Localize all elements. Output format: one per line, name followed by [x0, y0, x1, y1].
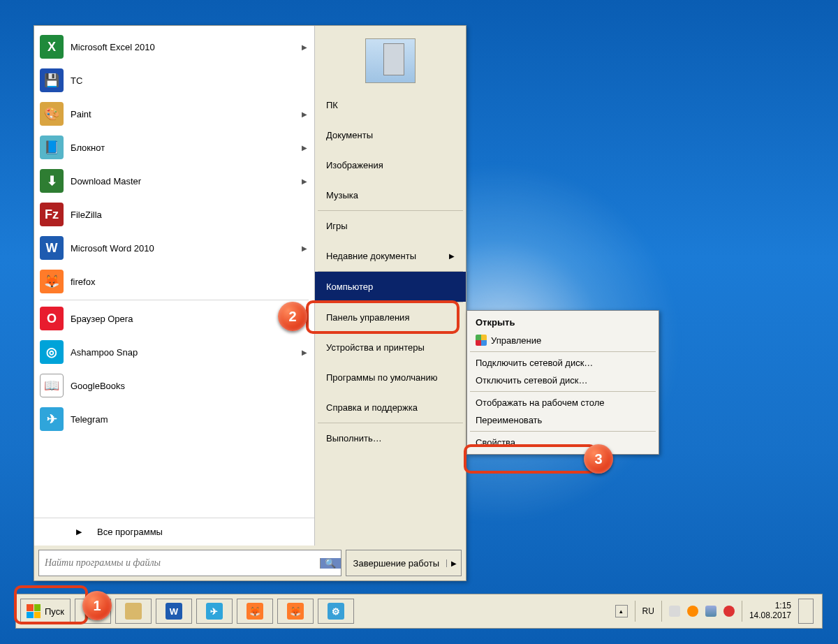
- program-item[interactable]: 💾TC: [34, 64, 314, 97]
- context-menu-item[interactable]: Отображать на рабочем столе: [469, 394, 657, 411]
- submenu-arrow-icon: ▶: [449, 252, 455, 260]
- uac-shield-icon: [476, 335, 487, 346]
- user-picture[interactable]: [365, 38, 416, 83]
- annotation-ring-2: [306, 300, 460, 334]
- app-icon: O: [40, 307, 64, 330]
- app-icon: ⚙: [328, 603, 344, 620]
- app-icon: 🦊: [247, 603, 263, 620]
- places-label: Программы по умолчанию: [326, 372, 437, 383]
- program-label: Download Master: [71, 176, 302, 186]
- search-box[interactable]: 🔍: [38, 550, 341, 576]
- submenu-arrow-icon: ▶: [302, 110, 307, 118]
- context-menu-label: Подключить сетевой диск…: [476, 358, 593, 368]
- program-item[interactable]: 🦊firefox: [34, 265, 314, 298]
- annotation-marker-3: 3: [584, 444, 613, 474]
- places-item[interactable]: Изображения: [315, 150, 466, 180]
- places-label: Недавние документы: [326, 251, 416, 261]
- app-icon: [125, 603, 142, 620]
- program-item[interactable]: ✈Telegram: [34, 402, 314, 436]
- places-label: Документы: [326, 130, 373, 140]
- program-item[interactable]: ⬇Download Master▶: [34, 164, 314, 198]
- app-icon: Fz: [40, 203, 64, 226]
- context-menu-item[interactable]: Подключить сетевой диск…: [469, 354, 657, 372]
- program-item[interactable]: OБраузер Opera▶: [34, 302, 314, 335]
- system-tray: ▴ RU 1:15 14.08.2017: [615, 599, 818, 624]
- places-label: Игры: [326, 221, 348, 231]
- search-icon[interactable]: 🔍: [320, 558, 341, 569]
- app-icon: 🦊: [287, 603, 304, 620]
- places-item[interactable]: ПК: [315, 90, 466, 120]
- annotation-ring-1: [14, 585, 88, 624]
- context-menu-item[interactable]: Управление: [469, 331, 657, 349]
- taskbar-app-explorer[interactable]: [115, 599, 152, 624]
- language-indicator[interactable]: RU: [642, 606, 654, 616]
- program-label: Браузер Opera: [71, 314, 302, 324]
- places-label: Справка и поддержка: [326, 402, 418, 413]
- context-menu-item[interactable]: Открыть: [469, 314, 657, 331]
- chevron-right-icon: ▶: [76, 527, 82, 536]
- context-menu-label: Отображать на рабочем столе: [476, 397, 605, 408]
- program-item[interactable]: XMicrosoft Excel 2010▶: [34, 30, 314, 64]
- clock-time: 1:15: [749, 601, 791, 611]
- taskbar-app-telegram[interactable]: ✈: [196, 599, 233, 624]
- program-item[interactable]: WMicrosoft Word 2010▶: [34, 231, 314, 265]
- shutdown-options-arrow[interactable]: ▶: [446, 559, 461, 567]
- taskbar-clock[interactable]: 1:15 14.08.2017: [749, 601, 791, 621]
- show-desktop-button[interactable]: [798, 599, 814, 624]
- context-menu-item[interactable]: Отключить сетевой диск…: [469, 372, 657, 389]
- places-item[interactable]: Программы по умолчанию: [315, 363, 466, 393]
- places-item[interactable]: Недавние документы▶: [315, 241, 466, 271]
- places-item[interactable]: Документы: [315, 120, 466, 150]
- places-label: Устройства и принтеры: [326, 342, 425, 353]
- program-label: TC: [71, 75, 307, 86]
- app-icon: X: [40, 35, 64, 59]
- context-menu: ОткрытьУправлениеПодключить сетевой диск…: [466, 310, 659, 455]
- places-item[interactable]: Музыка: [315, 180, 466, 210]
- submenu-arrow-icon: ▶: [302, 144, 307, 152]
- submenu-arrow-icon: ▶: [302, 177, 307, 185]
- program-label: GoogleBooks: [71, 381, 307, 391]
- program-label: Ashampoo Snap: [71, 347, 302, 358]
- tray-icon[interactable]: [669, 606, 680, 617]
- places-item[interactable]: Устройства и принтеры: [315, 332, 466, 363]
- app-icon: 📖: [40, 374, 64, 397]
- program-item[interactable]: ◎Ashampoo Snap▶: [34, 335, 314, 369]
- program-item[interactable]: FzFileZilla: [34, 198, 314, 231]
- start-menu-programs-pane: XMicrosoft Excel 2010▶💾TC🎨Paint▶📘Блокнот…: [34, 26, 315, 546]
- submenu-arrow-icon: ▶: [302, 349, 307, 356]
- all-programs-label: Все программы: [97, 527, 163, 537]
- places-label: Изображения: [326, 160, 383, 170]
- taskbar-app-settings[interactable]: ⚙: [318, 599, 354, 624]
- clock-date: 14.08.2017: [749, 611, 791, 621]
- program-item[interactable]: 📘Блокнот▶: [34, 131, 314, 164]
- places-label: Музыка: [326, 190, 358, 200]
- program-item[interactable]: 🎨Paint▶: [34, 97, 314, 131]
- tray-icon-avast[interactable]: [687, 606, 698, 617]
- program-label: Microsoft Word 2010: [71, 243, 302, 254]
- places-item[interactable]: Выполнить…: [315, 423, 466, 453]
- submenu-arrow-icon: ▶: [302, 43, 307, 51]
- tray-overflow-arrow[interactable]: ▴: [615, 605, 628, 617]
- tray-icon-volume[interactable]: [723, 606, 735, 617]
- places-item[interactable]: Компьютер: [315, 272, 466, 302]
- places-item[interactable]: Игры: [315, 211, 466, 241]
- taskbar-app-firefox1[interactable]: 🦊: [237, 599, 273, 624]
- tray-icon-network[interactable]: [705, 606, 716, 617]
- all-programs[interactable]: ▶ Все программы: [34, 518, 314, 546]
- start-menu-places-pane: ПКДокументыИзображенияМузыкаИгрыНедавние…: [315, 26, 466, 546]
- places-item[interactable]: Справка и поддержка: [315, 393, 466, 423]
- app-icon: 🎨: [40, 102, 64, 126]
- shutdown-button[interactable]: Завершение работы ▶: [346, 550, 462, 576]
- taskbar-app-firefox2[interactable]: 🦊: [277, 599, 314, 624]
- app-icon: 💾: [40, 68, 64, 92]
- taskbar: Пуск W✈🦊🦊⚙ ▴ RU 1:15 14.08.2017: [15, 594, 823, 629]
- app-icon: W: [166, 603, 182, 620]
- context-menu-label: Управление: [491, 335, 541, 346]
- context-menu-item[interactable]: Переименовать: [469, 411, 657, 429]
- search-input[interactable]: [39, 550, 320, 576]
- program-item[interactable]: 📖GoogleBooks: [34, 369, 314, 402]
- shutdown-label: Завершение работы: [346, 558, 446, 569]
- places-label: Компьютер: [326, 281, 373, 292]
- program-label: FileZilla: [71, 210, 307, 220]
- taskbar-app-word[interactable]: W: [156, 599, 192, 624]
